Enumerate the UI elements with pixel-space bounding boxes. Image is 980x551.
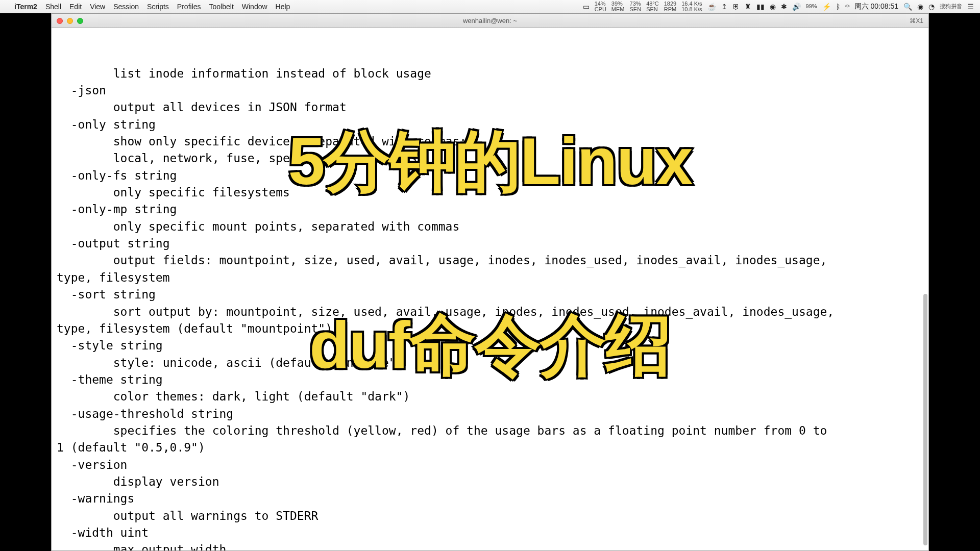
tab-hint: ⌘X1 — [910, 17, 923, 24]
terminal-line: 1 (default "0.5,0.9") — [57, 439, 923, 456]
bluetooth-icon[interactable]: ᛒ — [836, 3, 840, 11]
menu-profiles[interactable]: Profiles — [177, 3, 201, 11]
status-cpu[interactable]: 14% CPU — [595, 1, 606, 12]
shield-icon[interactable]: ⛨ — [732, 3, 740, 11]
terminal-line: max output width — [113, 541, 923, 550]
siri-icon[interactable]: ◉ — [917, 3, 923, 11]
menu-help[interactable]: Help — [276, 3, 290, 11]
video-icon[interactable]: ▮▮ — [756, 3, 765, 11]
status-temp[interactable]: 48°C SEN — [646, 1, 659, 12]
letterbox-left — [0, 13, 51, 551]
menu-window[interactable]: Window — [242, 3, 267, 11]
terminal-line: color themes: dark, light (default "dark… — [113, 388, 923, 405]
menu-scripts[interactable]: Scripts — [147, 3, 169, 11]
terminal-line: display version — [113, 473, 923, 490]
macos-menubar: iTerm2 Shell Edit View Session Scripts P… — [0, 0, 980, 13]
terminal-line: -json — [71, 82, 923, 99]
terminal-line: output all devices in JSON format — [113, 99, 923, 116]
iterm-window: wenhailin@wen: ~ ⌘X1 list inode informat… — [51, 13, 929, 551]
window-title: wenhailin@wen: ~ — [52, 17, 928, 24]
volume-icon[interactable]: 🔊 — [792, 3, 801, 11]
arrow-up-icon[interactable]: ↥ — [721, 3, 727, 11]
maximize-button[interactable] — [77, 18, 83, 24]
terminal-line: type, filesystem — [57, 269, 923, 286]
terminal-body[interactable]: list inode information instead of block … — [52, 28, 928, 550]
status-net[interactable]: 16.4 K/s 10.8 K/s — [681, 1, 702, 12]
globe-icon[interactable]: ✱ — [781, 3, 787, 11]
app-name[interactable]: iTerm2 — [14, 3, 37, 11]
terminal-line: output fields: mountpoint, size, used, a… — [113, 252, 923, 269]
menu-session[interactable]: Session — [113, 3, 139, 11]
menu-view[interactable]: View — [90, 3, 105, 11]
menubar-right: ▭ 14% CPU 39% MEM 73% SEN 48°C SEN 1829 … — [583, 1, 974, 12]
terminal-line: -output string — [71, 235, 923, 252]
battery-icon[interactable]: ⚡ — [822, 3, 831, 11]
traffic-lights — [57, 18, 83, 24]
terminal-line: -version — [71, 457, 923, 473]
terminal-line: specifies the coloring threshold (yellow… — [113, 422, 923, 439]
status-mem[interactable]: 39% MEM — [611, 1, 625, 12]
terminal-line: list inode information instead of block … — [113, 65, 923, 82]
headphones-icon[interactable]: ◔ — [928, 3, 935, 11]
menu-edit[interactable]: Edit — [69, 3, 82, 11]
terminal-line: only specific mount points, separated wi… — [113, 218, 923, 235]
notification-center-icon[interactable]: ☰ — [967, 3, 974, 11]
menu-shell[interactable]: Shell — [45, 3, 61, 11]
display-icon[interactable]: ▭ — [583, 3, 590, 11]
terminal-line: output all warnings to STDERR — [113, 508, 923, 524]
terminal-line: -warnings — [71, 490, 923, 507]
terminal-line: -usage-threshold string — [71, 406, 923, 422]
wifi-icon[interactable]: ⌔ — [845, 3, 849, 11]
status-sen[interactable]: 73% SEN — [630, 1, 642, 12]
window-titlebar[interactable]: wenhailin@wen: ~ ⌘X1 — [52, 14, 928, 28]
scrollbar-track[interactable] — [923, 42, 927, 545]
tower-icon[interactable]: ♜ — [745, 3, 751, 11]
spotlight-icon[interactable]: 🔍 — [903, 3, 912, 11]
menubar-left: iTerm2 Shell Edit View Session Scripts P… — [6, 3, 290, 11]
overlay-title-2: duf命令介绍 — [309, 301, 671, 391]
overlay-title-1: 5分钟的Linux — [288, 117, 692, 207]
status-battery[interactable]: 99% — [806, 4, 817, 9]
letterbox-right — [929, 13, 980, 551]
camera-icon[interactable]: ◉ — [770, 3, 776, 11]
minimize-button[interactable] — [67, 18, 73, 24]
status-clock[interactable]: 周六 00:08:51 — [854, 2, 898, 11]
menu-toolbelt[interactable]: Toolbelt — [209, 3, 234, 11]
scrollbar-thumb[interactable] — [923, 294, 927, 545]
status-ime[interactable]: 搜狗拼音 — [940, 4, 962, 9]
terminal-line: -width uint — [71, 524, 923, 541]
close-button[interactable] — [57, 18, 63, 24]
status-rpm[interactable]: 1829 RPM — [664, 1, 676, 12]
coffee-icon[interactable]: ☕ — [707, 3, 716, 11]
